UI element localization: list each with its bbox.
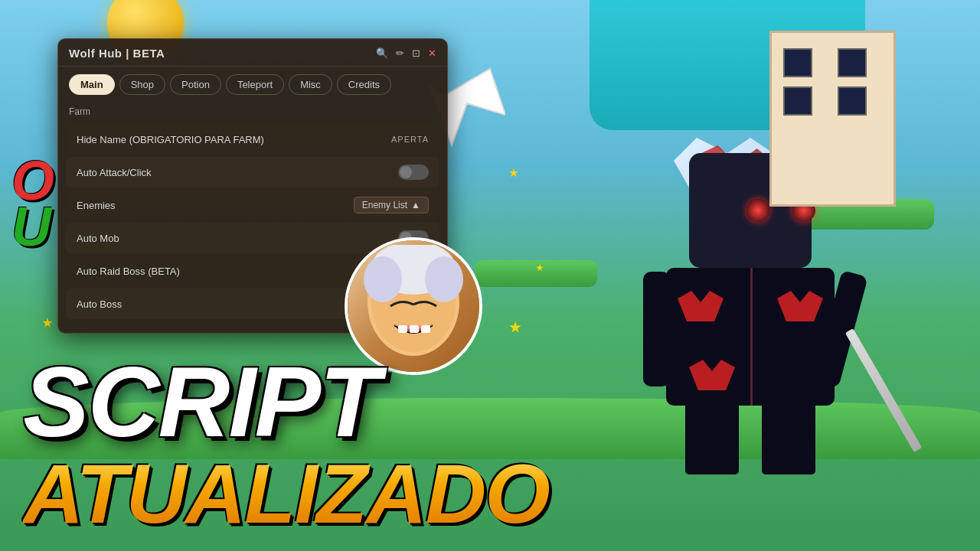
feature-auto-attack: Auto Attack/Click: [66, 157, 439, 187]
enemy-list-button[interactable]: Enemy List ▲: [354, 197, 429, 214]
enemies-right: Enemy List ▲: [354, 197, 429, 214]
bg-window: [783, 86, 812, 116]
title-icons: 🔍 ✏ ⊡ ✕: [376, 47, 436, 59]
close-icon[interactable]: ✕: [428, 47, 436, 59]
auto-attack-toggle[interactable]: [398, 165, 429, 180]
feature-hide-name: Hide Name (OBRIGATORIO PARA FARM) APERTA: [66, 124, 439, 155]
cloud-1: [678, 283, 724, 321]
bg-building: [769, 31, 896, 207]
auto-mob-label: Auto Mob: [77, 233, 119, 244]
hide-name-badge: APERTA: [391, 135, 429, 144]
bg-platform-3: [475, 260, 597, 287]
svg-rect-5: [398, 325, 407, 333]
tab-shop[interactable]: Shop: [119, 74, 165, 95]
tab-misc[interactable]: Misc: [289, 74, 332, 95]
title-bar: Wolf Hub | BETA 🔍 ✏ ⊡ ✕: [58, 39, 447, 67]
panel-title: Wolf Hub | BETA: [69, 47, 165, 60]
edit-icon[interactable]: ✏: [396, 47, 404, 59]
minimize-icon[interactable]: ⊡: [412, 47, 420, 59]
auto-raid-label: Auto Raid Boss (BETA): [77, 266, 180, 277]
tab-main[interactable]: Main: [69, 74, 115, 95]
enemies-label: Enemies: [77, 200, 116, 211]
cloud-2: [777, 283, 823, 321]
bg-window: [838, 48, 867, 77]
hide-name-label: Hide Name (OBRIGATORIO PARA FARM): [77, 134, 264, 145]
enemy-list-label: Enemy List: [362, 200, 407, 210]
feature-enemies: Enemies Enemy List ▲: [66, 190, 439, 220]
svg-point-4: [425, 256, 463, 302]
hide-name-right: APERTA: [391, 135, 429, 144]
left-letter-u: U: [11, 199, 51, 254]
auto-attack-right: [398, 165, 429, 180]
svg-point-3: [364, 256, 402, 302]
search-icon[interactable]: 🔍: [376, 47, 388, 59]
atualizado-text: ATUALIZADO: [23, 452, 549, 536]
bottom-overlay: SCRIPT ATUALIZADO: [0, 337, 980, 551]
bg-window: [838, 86, 867, 116]
svg-rect-7: [421, 325, 430, 333]
auto-attack-label: Auto Attack/Click: [77, 167, 152, 178]
svg-rect-6: [410, 325, 419, 333]
char-eye-left: [746, 199, 769, 222]
tab-potion[interactable]: Potion: [170, 74, 221, 95]
tab-teleport[interactable]: Teleport: [226, 74, 284, 95]
script-text: SCRIPT: [23, 352, 379, 452]
chevron-up-icon: ▲: [411, 200, 420, 210]
bg-window: [783, 48, 812, 77]
section-farm-label: Farm: [58, 103, 447, 122]
tab-credits[interactable]: Credits: [337, 74, 391, 95]
nav-tabs: Main Shop Potion Teleport Misc Credits: [58, 67, 447, 103]
auto-boss-label: Auto Boss: [77, 298, 122, 310]
